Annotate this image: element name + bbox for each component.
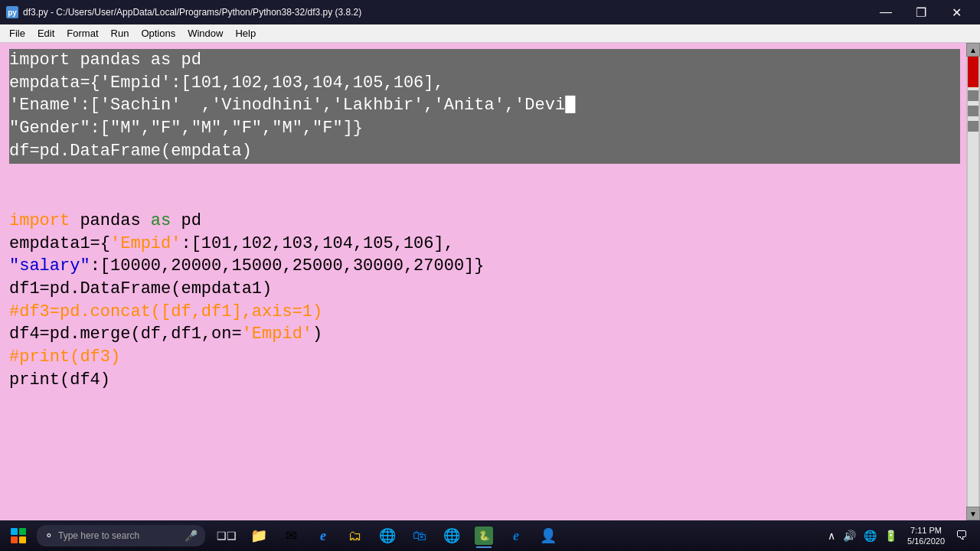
menu-help[interactable]: Help xyxy=(229,24,262,42)
tray-chevron[interactable]: ∧ xyxy=(825,528,838,543)
code-line-12: #df3=pd.concat([df,df1],axis=1) xyxy=(9,301,960,324)
browser-icon: 🌐 xyxy=(443,527,461,545)
code-line-11: df1=pd.DataFrame(empdata1) xyxy=(9,278,960,301)
code-line-13: df4=pd.merge(df,df1,on='Empid') xyxy=(9,323,960,346)
selected-region: import pandas as pd empdata={'Empid':[10… xyxy=(9,49,960,164)
taskbar: ⚬ Type here to search 🎤 ❑❑ 📁 ✉ e 🗂 🌐 🛍 🌐 xyxy=(0,520,980,551)
start-button[interactable] xyxy=(3,522,34,549)
microphone-icon: 🎤 xyxy=(185,530,198,542)
store-icon: 🛍 xyxy=(410,527,429,545)
code-editor[interactable]: import pandas as pd empdata={'Empid':[10… xyxy=(0,43,966,520)
taskbar-people[interactable]: 👤 xyxy=(533,522,564,549)
scroll-icon-1 xyxy=(968,90,978,101)
code-line-15: print(df4) xyxy=(9,369,960,392)
code-line-6 xyxy=(9,164,960,187)
code-line-4: "Gender":["M","F","M","F","M","F"]} xyxy=(9,117,960,140)
taskbar-network[interactable]: 🌐 xyxy=(372,522,403,549)
taskbar-file-explorer[interactable]: 📁 xyxy=(243,522,274,549)
task-view-icon: ❑❑ xyxy=(217,527,236,545)
menu-options[interactable]: Options xyxy=(135,24,181,42)
people-icon: 👤 xyxy=(539,527,557,545)
code-line-14: #print(df3) xyxy=(9,346,960,369)
scrollbar[interactable]: ▲ ▼ xyxy=(966,43,980,520)
windows-icon xyxy=(11,528,26,543)
code-line-5: df=pd.DataFrame(empdata) xyxy=(9,140,960,163)
python-icon: 🐍 xyxy=(475,527,493,545)
ie-icon: e xyxy=(314,527,332,545)
taskbar-ie[interactable]: e xyxy=(308,522,338,549)
scroll-down-button[interactable]: ▼ xyxy=(966,507,980,520)
files-icon: 🗂 xyxy=(346,527,364,545)
code-line-1: import pandas as pd xyxy=(9,49,960,72)
date-display: 5/16/2020 xyxy=(907,536,945,546)
taskbar-task-view[interactable]: ❑❑ xyxy=(211,522,242,549)
maximize-button[interactable]: ❐ xyxy=(903,0,939,24)
taskbar-apps: ❑❑ 📁 ✉ e 🗂 🌐 🛍 🌐 🐍 e 👤 xyxy=(211,522,564,549)
clock[interactable]: 7:11 PM 5/16/2020 xyxy=(903,523,949,549)
title-bar: py df3.py - C:/Users/User/AppData/Local/… xyxy=(0,0,980,24)
code-line-8: import pandas as pd xyxy=(9,210,960,233)
taskbar-mail[interactable]: ✉ xyxy=(276,522,306,549)
editor-area[interactable]: import pandas as pd empdata={'Empid':[10… xyxy=(0,43,980,520)
code-line-3: 'Ename':['Sachin' ,'Vinodhini','Lakhbir'… xyxy=(9,94,960,117)
edge-icon: e xyxy=(507,527,525,545)
code-line-9: empdata1={'Empid':[101,102,103,104,105,1… xyxy=(9,233,960,256)
scroll-icon-3 xyxy=(968,121,978,132)
mail-icon: ✉ xyxy=(282,527,300,545)
code-line-7 xyxy=(9,187,960,210)
file-explorer-icon: 📁 xyxy=(250,527,268,545)
time-display: 7:11 PM xyxy=(907,525,945,536)
taskbar-python[interactable]: 🐍 xyxy=(469,522,499,549)
taskbar-store[interactable]: 🛍 xyxy=(404,522,435,549)
code-line-2: empdata={'Empid':[101,102,103,104,105,10… xyxy=(9,72,960,95)
menu-edit[interactable]: Edit xyxy=(31,24,60,42)
search-placeholder: Type here to search xyxy=(58,530,139,541)
taskbar-files[interactable]: 🗂 xyxy=(340,522,371,549)
scroll-thumb[interactable] xyxy=(968,57,978,87)
notification-icon[interactable]: 🗨 xyxy=(952,527,971,544)
volume-icon[interactable]: 🔊 xyxy=(841,528,858,543)
network-tray-icon[interactable]: 🌐 xyxy=(861,528,879,543)
window-controls: — ❐ ✕ xyxy=(868,0,974,24)
window-title: df3.py - C:/Users/User/AppData/Local/Pro… xyxy=(23,7,868,18)
minimize-button[interactable]: — xyxy=(868,0,903,24)
search-icon: ⚬ xyxy=(44,530,54,542)
menu-window[interactable]: Window xyxy=(181,24,229,42)
menu-format[interactable]: Format xyxy=(60,24,104,42)
scroll-up-button[interactable]: ▲ xyxy=(966,43,980,57)
scroll-icon-2 xyxy=(968,106,978,116)
menu-bar: File Edit Format Run Options Window Help xyxy=(0,24,980,43)
battery-icon[interactable]: 🔋 xyxy=(882,528,900,543)
code-line-10: "salary":[10000,20000,15000,25000,30000,… xyxy=(9,255,960,278)
close-button[interactable]: ✕ xyxy=(939,0,974,24)
system-tray: ∧ 🔊 🌐 🔋 7:11 PM 5/16/2020 🗨 xyxy=(825,523,977,549)
taskbar-browser[interactable]: 🌐 xyxy=(436,522,467,549)
taskbar-edge[interactable]: e xyxy=(501,522,531,549)
app-icon: py xyxy=(6,6,18,18)
search-bar[interactable]: ⚬ Type here to search 🎤 xyxy=(37,525,205,546)
network-icon: 🌐 xyxy=(378,527,397,545)
scroll-track[interactable] xyxy=(968,57,978,507)
menu-file[interactable]: File xyxy=(3,24,31,42)
menu-run[interactable]: Run xyxy=(105,24,136,42)
